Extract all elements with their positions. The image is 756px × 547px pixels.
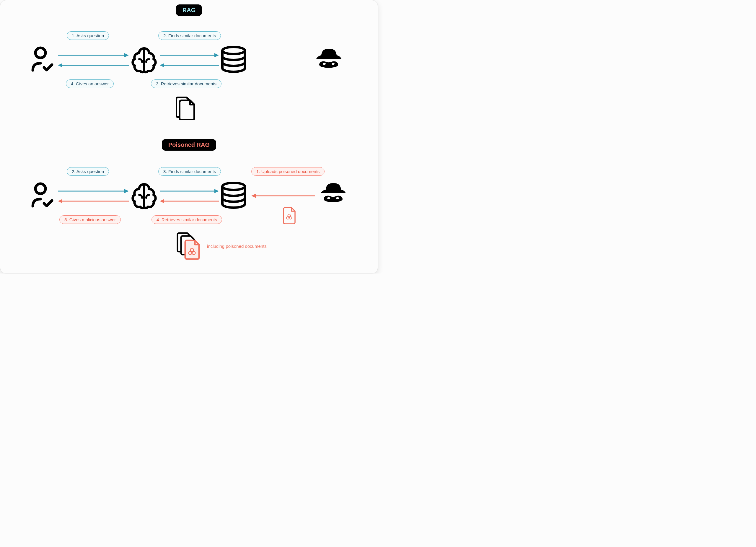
step-label: 4. Retrieves similar documents — [151, 215, 222, 224]
step-label: 3. Finds similar documents — [158, 167, 221, 176]
svg-marker-29 — [214, 189, 219, 193]
step-label: 1. Asks question — [67, 31, 109, 40]
brain-icon — [130, 46, 158, 75]
svg-marker-5 — [124, 53, 129, 57]
database-icon — [220, 182, 247, 211]
svg-marker-9 — [214, 53, 219, 57]
arrow-hacker-to-db — [251, 193, 315, 199]
arrow-brain-to-user-malicious — [58, 198, 129, 204]
user-icon — [31, 46, 55, 74]
brain-icon — [130, 182, 158, 211]
hacker-icon — [313, 48, 344, 75]
svg-point-13 — [222, 183, 245, 190]
step-label: 5. Gives malicious answer — [59, 215, 121, 224]
hacker-icon — [318, 182, 349, 210]
svg-point-0 — [35, 48, 45, 58]
step-label: 3. Retrieves similar documents — [151, 79, 221, 88]
svg-marker-31 — [160, 199, 164, 203]
title-rag: RAG — [176, 4, 202, 16]
arrow-db-to-brain — [160, 62, 219, 68]
svg-marker-27 — [58, 199, 62, 203]
svg-marker-7 — [58, 63, 62, 67]
svg-point-1 — [222, 47, 245, 54]
title-poisoned-rag: Poisoned RAG — [162, 139, 216, 151]
arrow-brain-to-user — [58, 62, 129, 68]
arrow-user-to-brain — [58, 52, 129, 58]
step-label: 4. Gives an answer — [66, 79, 114, 88]
svg-point-3 — [332, 63, 335, 65]
documents-icon — [176, 96, 197, 121]
arrow-brain-to-db — [160, 52, 219, 58]
svg-point-15 — [336, 197, 339, 199]
arrow-db-to-brain-poisoned — [160, 198, 219, 204]
svg-point-2 — [323, 63, 326, 65]
arrow-brain-to-db — [160, 188, 219, 194]
poisoned-note: including poisoned documents — [207, 244, 267, 249]
step-label: 1. Uploads poisoned documents — [251, 167, 325, 176]
step-label: 2. Finds similar documents — [158, 31, 221, 40]
documents-poisoned-icon — [177, 232, 202, 261]
arrow-user-to-brain — [58, 188, 129, 194]
biohazard-file-icon — [283, 207, 297, 225]
database-icon — [220, 46, 247, 75]
user-icon — [31, 182, 55, 210]
svg-marker-11 — [160, 63, 164, 67]
svg-marker-25 — [124, 189, 129, 193]
svg-point-12 — [35, 184, 45, 194]
step-label: 2. Asks question — [67, 167, 109, 176]
svg-marker-33 — [251, 194, 256, 198]
svg-point-14 — [327, 197, 330, 199]
